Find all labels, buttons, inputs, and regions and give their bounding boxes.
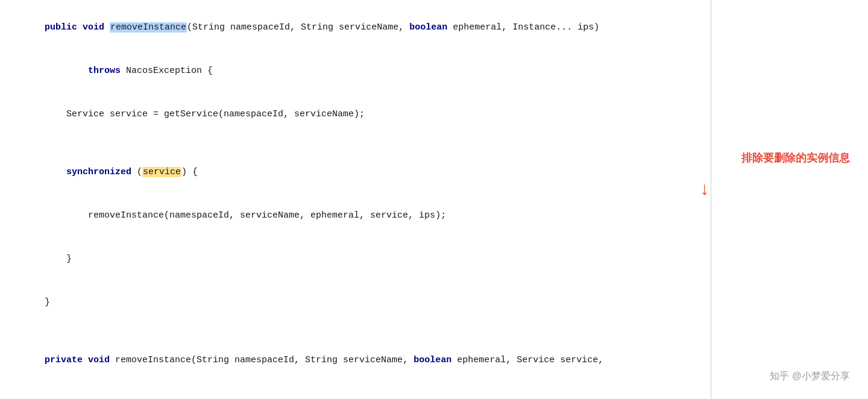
code-line-9 — [12, 324, 856, 339]
keyword-private: private — [45, 355, 88, 365]
params: (String namespaceId, String serviceName, — [187, 22, 409, 33]
annotation-top: 排除要删除的实例信息 — [741, 149, 850, 167]
keyword-throws: throws — [88, 66, 121, 76]
arrow-down-top: ↓ — [699, 181, 710, 199]
code-line-1: public void removeInstance(String namesp… — [12, 6, 856, 49]
exception: NacosException { — [121, 66, 213, 76]
keyword-boolean: boolean — [409, 22, 447, 33]
text-5b: ) { — [181, 167, 198, 177]
method-name: removeInstance — [110, 22, 187, 33]
text-10: removeInstance(String namespaceId, Strin… — [110, 355, 414, 365]
keyword-public: public — [45, 22, 83, 33]
brace-8: } — [45, 297, 50, 307]
service-highlight: service — [142, 167, 181, 177]
text-5a: ( — [131, 167, 142, 177]
code-line-2: throws NacosException { — [12, 49, 856, 93]
indent-3 — [45, 109, 66, 119]
code-line-11: Instance... ips) throws NacosException { — [12, 382, 856, 399]
code-line-4 — [12, 136, 856, 151]
keyword-boolean-2: boolean — [414, 355, 451, 365]
indent-5 — [45, 167, 66, 177]
watermark: 知乎 @小梦爱分享 — [770, 368, 850, 384]
code-text-3: Service service = getService(namespaceId… — [66, 109, 365, 119]
indent-7 — [45, 254, 66, 264]
code-text-6: removeInstance(namespaceId, serviceName,… — [88, 210, 446, 221]
brace-7: } — [66, 254, 72, 264]
code-line-7: } — [12, 237, 856, 281]
keyword-void-2: void — [88, 355, 110, 365]
code-line-8: } — [12, 281, 856, 324]
keyword-synchronized: synchronized — [66, 167, 131, 177]
indent-2 — [45, 66, 88, 76]
keyword-void: void — [83, 22, 110, 33]
code-block: public void removeInstance(String namesp… — [0, 6, 868, 399]
text-10b: ephemeral, Service service, — [451, 355, 603, 365]
indent-6 — [45, 210, 88, 221]
code-container: public void removeInstance(String namesp… — [0, 0, 868, 399]
code-line-10: private void removeInstance(String names… — [12, 339, 856, 382]
code-line-6: removeInstance(namespaceId, serviceName,… — [12, 194, 856, 237]
code-line-5: synchronized (service) { — [12, 151, 856, 194]
code-line-3: Service service = getService(namespaceId… — [12, 93, 856, 136]
params-end: ephemeral, Instance... ips) — [447, 22, 599, 33]
